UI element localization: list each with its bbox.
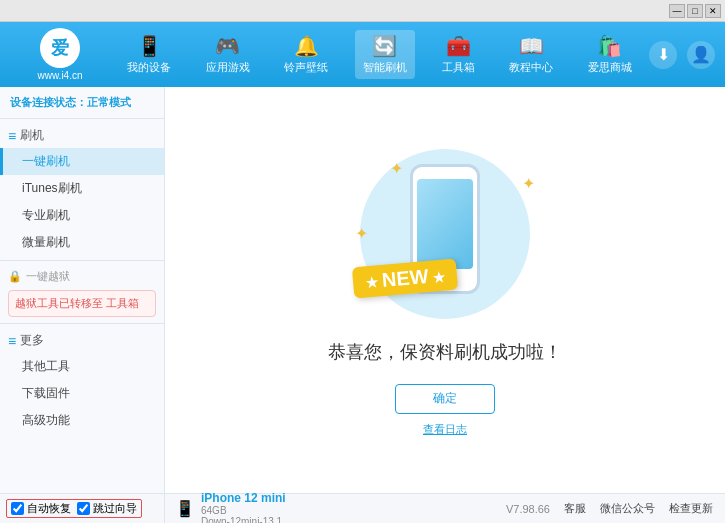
nav-store[interactable]: 🛍️ 爱思商城: [580, 30, 640, 79]
flash-section-label: 刷机: [20, 127, 44, 144]
nav-tutorials-label: 教程中心: [509, 60, 553, 75]
sidebar-item-one-click-flash[interactable]: 一键刷机: [0, 148, 164, 175]
logo-text: www.i4.cn: [37, 70, 82, 81]
nav-smart-flash-label: 智能刷机: [363, 60, 407, 75]
maximize-button[interactable]: □: [687, 4, 703, 18]
sidebar-section-flash[interactable]: ≡ 刷机: [0, 123, 164, 148]
phone-screen: [417, 179, 473, 269]
nav-apps-icon: 🎮: [215, 34, 240, 58]
sidebar-item-advanced[interactable]: 高级功能: [0, 407, 164, 434]
sparkle-1: ✦: [390, 159, 403, 178]
status-value-text: 正常模式: [87, 96, 131, 108]
bottom-left: 自动恢复 跳过向导: [0, 494, 165, 523]
divider-1: [0, 118, 164, 119]
success-message: 恭喜您，保资料刷机成功啦！: [328, 340, 562, 364]
auto-restore-checkbox[interactable]: 自动恢复: [11, 501, 71, 516]
account-button[interactable]: 👤: [687, 41, 715, 69]
check-update-link[interactable]: 检查更新: [669, 501, 713, 516]
sparkle-3: ✦: [355, 224, 368, 243]
device-name: iPhone 12 mini: [201, 491, 286, 505]
bottom-right: V7.98.66 客服 微信公众号 检查更新: [506, 494, 725, 523]
nav-toolbox[interactable]: 🧰 工具箱: [434, 30, 483, 79]
sidebar-item-micro-flash[interactable]: 微量刷机: [0, 229, 164, 256]
auto-restore-input[interactable]: [11, 502, 24, 515]
nav-tutorials[interactable]: 📖 教程中心: [501, 30, 561, 79]
bottom-bar: 自动恢复 跳过向导 📱 iPhone 12 mini 64GB Down-12m…: [0, 493, 725, 523]
sparkle-2: ✦: [522, 174, 535, 193]
skip-wizard-input[interactable]: [77, 502, 90, 515]
nav-smart-flash-icon: 🔄: [372, 34, 397, 58]
sidebar-item-itunes-flash[interactable]: iTunes刷机: [0, 175, 164, 202]
device-info: 📱 iPhone 12 mini 64GB Down-12mini-13,1: [175, 491, 286, 524]
nav-toolbox-label: 工具箱: [442, 60, 475, 75]
nav-apps-games[interactable]: 🎮 应用游戏: [198, 30, 258, 79]
nav-ringtones[interactable]: 🔔 铃声壁纸: [276, 30, 336, 79]
device-details: iPhone 12 mini 64GB Down-12mini-13,1: [201, 491, 286, 524]
sidebar-locked-jailbreak: 🔒 一键越狱: [0, 265, 164, 288]
checkbox-group: 自动恢复 跳过向导: [6, 499, 142, 518]
download-button[interactable]: ⬇: [649, 41, 677, 69]
sidebar-item-other-tools[interactable]: 其他工具: [0, 353, 164, 380]
illustration: ✦ ✦ ✦ NEW: [335, 144, 555, 324]
nav-right: ⬇ 👤: [649, 41, 715, 69]
content-area: ✦ ✦ ✦ NEW 恭喜您，保资料刷机成功啦！ 确定 查看日志: [165, 87, 725, 493]
status-label-text: 设备连接状态：: [10, 96, 87, 108]
flash-section-icon: ≡: [8, 128, 16, 144]
wechat-link[interactable]: 微信公众号: [600, 501, 655, 516]
nav-tutorials-icon: 📖: [519, 34, 544, 58]
device-model: Down-12mini-13,1: [201, 516, 286, 524]
nav-items: 📱 我的设备 🎮 应用游戏 🔔 铃声壁纸 🔄 智能刷机 🧰 工具箱 📖 教程中心…: [110, 30, 649, 79]
version-text: V7.98.66: [506, 503, 550, 515]
warning-text: 越狱工具已转移至 工具箱: [15, 297, 139, 309]
jailbreak-warning: 越狱工具已转移至 工具箱: [8, 290, 156, 317]
top-nav: 爱 www.i4.cn 📱 我的设备 🎮 应用游戏 🔔 铃声壁纸 🔄 智能刷机 …: [0, 22, 725, 87]
nav-store-label: 爱思商城: [588, 60, 632, 75]
minimize-button[interactable]: —: [669, 4, 685, 18]
view-log-link[interactable]: 查看日志: [423, 422, 467, 437]
nav-toolbox-icon: 🧰: [446, 34, 471, 58]
sidebar-item-pro-flash[interactable]: 专业刷机: [0, 202, 164, 229]
title-bar: — □ ✕: [0, 0, 725, 22]
divider-2: [0, 260, 164, 261]
lock-icon: 🔒: [8, 270, 22, 283]
nav-ringtones-icon: 🔔: [294, 34, 319, 58]
more-section-label: 更多: [20, 332, 44, 349]
support-link[interactable]: 客服: [564, 501, 586, 516]
nav-smart-flash[interactable]: 🔄 智能刷机: [355, 30, 415, 79]
connection-status: 设备连接状态：正常模式: [0, 91, 164, 114]
confirm-button[interactable]: 确定: [395, 384, 495, 414]
main-area: 设备连接状态：正常模式 ≡ 刷机 一键刷机 iTunes刷机 专业刷机 微量刷机…: [0, 87, 725, 493]
nav-my-device-icon: 📱: [137, 34, 162, 58]
nav-my-device[interactable]: 📱 我的设备: [119, 30, 179, 79]
device-icon: 📱: [175, 499, 195, 518]
more-section-icon: ≡: [8, 333, 16, 349]
sidebar-more-section[interactable]: ≡ 更多: [0, 328, 164, 353]
logo-icon: 爱: [40, 28, 80, 68]
close-button[interactable]: ✕: [705, 4, 721, 18]
locked-label: 一键越狱: [26, 269, 70, 284]
divider-3: [0, 323, 164, 324]
sidebar-item-download-firmware[interactable]: 下载固件: [0, 380, 164, 407]
nav-apps-label: 应用游戏: [206, 60, 250, 75]
device-storage: 64GB: [201, 505, 286, 516]
sidebar: 设备连接状态：正常模式 ≡ 刷机 一键刷机 iTunes刷机 专业刷机 微量刷机…: [0, 87, 165, 493]
skip-wizard-checkbox[interactable]: 跳过向导: [77, 501, 137, 516]
nav-store-icon: 🛍️: [597, 34, 622, 58]
device-info-section: 📱 iPhone 12 mini 64GB Down-12mini-13,1: [165, 494, 506, 523]
nav-my-device-label: 我的设备: [127, 60, 171, 75]
nav-ringtones-label: 铃声壁纸: [284, 60, 328, 75]
logo-area: 爱 www.i4.cn: [10, 28, 110, 81]
